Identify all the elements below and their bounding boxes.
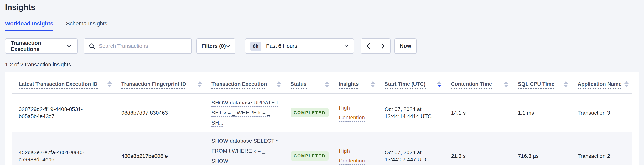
column-header-contention-time[interactable]: Contention Time bbox=[444, 72, 511, 94]
next-time-button[interactable] bbox=[376, 38, 390, 54]
sort-icon[interactable] bbox=[277, 81, 281, 87]
sort-icon[interactable] bbox=[325, 81, 329, 87]
search-icon bbox=[89, 43, 95, 50]
filters-dropdown[interactable]: Filters (0) bbox=[196, 38, 235, 54]
latest-execution-id-cell: 328729d2-ff19-4408-8531- b05a5b4e43c7 bbox=[12, 94, 115, 132]
start-time-cell: Oct 07, 2024 at 13:44:07.447 UTC bbox=[378, 132, 444, 165]
application-name-cell: Transaction 3 bbox=[571, 94, 632, 132]
status-badge: COMPLETED bbox=[290, 151, 328, 160]
chevron-down-icon bbox=[67, 45, 72, 48]
search-input[interactable] bbox=[84, 38, 192, 54]
insights-cell: High Contention bbox=[332, 132, 378, 165]
transaction-execution-cell: SHOW database SELECT * FROM t WHERE k = … bbox=[205, 132, 284, 165]
results-summary: 1-2 of 2 transaction insights bbox=[5, 62, 639, 68]
column-header-insights[interactable]: Insights bbox=[332, 72, 378, 94]
tab-schema-insights[interactable]: Schema Insights bbox=[66, 21, 107, 31]
column-header-fingerprint-id[interactable]: Transaction Fingerprint ID bbox=[115, 72, 205, 94]
fingerprint-id-cell: 480a8b217be006fe bbox=[115, 132, 205, 165]
sort-icon[interactable] bbox=[371, 81, 375, 87]
transaction-execution-link[interactable]: SHOW database SELECT * FROM t WHERE k = … bbox=[212, 138, 278, 165]
transaction-insights-table: Latest Transaction Execution ID Transact… bbox=[12, 72, 632, 165]
sort-icon[interactable] bbox=[108, 81, 112, 87]
sort-icon[interactable] bbox=[624, 81, 628, 87]
tab-bar: Workload Insights Schema Insights bbox=[5, 21, 639, 31]
column-header-start-time[interactable]: Start Time (UTC) bbox=[378, 72, 444, 94]
page-title: Insights bbox=[5, 3, 639, 12]
contention-time-cell: 21.3 s bbox=[444, 132, 511, 165]
table-header-row: Latest Transaction Execution ID Transact… bbox=[12, 72, 632, 94]
now-button[interactable]: Now bbox=[394, 38, 416, 54]
table-row: 452da3e7-e7fa-4801-aa40- c59988d14eb6 48… bbox=[12, 132, 632, 165]
insights-table-card: Latest Transaction Execution ID Transact… bbox=[5, 72, 639, 165]
chevron-left-icon bbox=[366, 43, 370, 49]
table-row: 328729d2-ff19-4408-8531- b05a5b4e43c7 08… bbox=[12, 94, 632, 132]
time-range-label: Past 6 Hours bbox=[266, 43, 344, 49]
sort-icon[interactable] bbox=[198, 81, 202, 87]
transaction-execution-link[interactable]: SHOW database UPDATE t SET v = _ WHERE k… bbox=[212, 100, 278, 126]
time-pager bbox=[361, 38, 390, 54]
latest-execution-id-cell: 452da3e7-e7fa-4801-aa40- c59988d14eb6 bbox=[12, 132, 115, 165]
time-range-badge: 6h bbox=[250, 42, 261, 51]
toolbar: Transaction Executions Filters (0) 6h Pa… bbox=[5, 38, 639, 54]
column-header-application-name[interactable]: Application Name bbox=[571, 72, 632, 94]
sort-icon-active-desc[interactable] bbox=[437, 81, 442, 87]
filters-label: Filters (0) bbox=[202, 43, 226, 49]
previous-time-button[interactable] bbox=[361, 38, 376, 54]
column-header-latest-execution-id[interactable]: Latest Transaction Execution ID bbox=[12, 72, 115, 94]
column-header-status[interactable]: Status bbox=[284, 72, 332, 94]
sql-cpu-time-cell: 1.1 ms bbox=[511, 94, 571, 132]
time-range-picker[interactable]: 6h Past 6 Hours bbox=[245, 38, 354, 54]
tab-workload-insights[interactable]: Workload Insights bbox=[5, 21, 53, 31]
contention-time-cell: 14.1 s bbox=[444, 94, 511, 132]
sql-cpu-time-cell: 716.3 µs bbox=[511, 132, 571, 165]
execution-type-label: Transaction Executions bbox=[11, 40, 67, 52]
start-time-cell: Oct 07, 2024 at 13:44:14.4414 UTC bbox=[378, 94, 444, 132]
status-badge: COMPLETED bbox=[290, 108, 328, 117]
chevron-down-icon bbox=[226, 45, 230, 47]
sort-icon[interactable] bbox=[564, 81, 568, 87]
fingerprint-id-cell: 08d8b7d97f830463 bbox=[115, 94, 205, 132]
search-container bbox=[84, 38, 192, 54]
column-header-transaction-execution[interactable]: Transaction Execution bbox=[205, 72, 284, 94]
toolbar-divider bbox=[240, 39, 240, 53]
status-cell: COMPLETED bbox=[284, 94, 332, 132]
insights-page: Insights Workload Insights Schema Insigh… bbox=[0, 0, 644, 165]
status-cell: COMPLETED bbox=[284, 132, 332, 165]
column-header-sql-cpu-time[interactable]: SQL CPU Time bbox=[511, 72, 571, 94]
chevron-down-icon bbox=[344, 45, 348, 47]
transaction-execution-cell: SHOW database UPDATE t SET v = _ WHERE k… bbox=[205, 94, 284, 132]
insights-cell: High Contention bbox=[332, 94, 378, 132]
sort-icon[interactable] bbox=[504, 81, 508, 87]
chevron-right-icon bbox=[381, 43, 385, 49]
application-name-cell: Transaction 2 bbox=[571, 132, 632, 165]
execution-type-dropdown[interactable]: Transaction Executions bbox=[5, 38, 78, 54]
high-contention-link[interactable]: High Contention bbox=[339, 148, 365, 164]
high-contention-link[interactable]: High Contention bbox=[339, 105, 365, 120]
